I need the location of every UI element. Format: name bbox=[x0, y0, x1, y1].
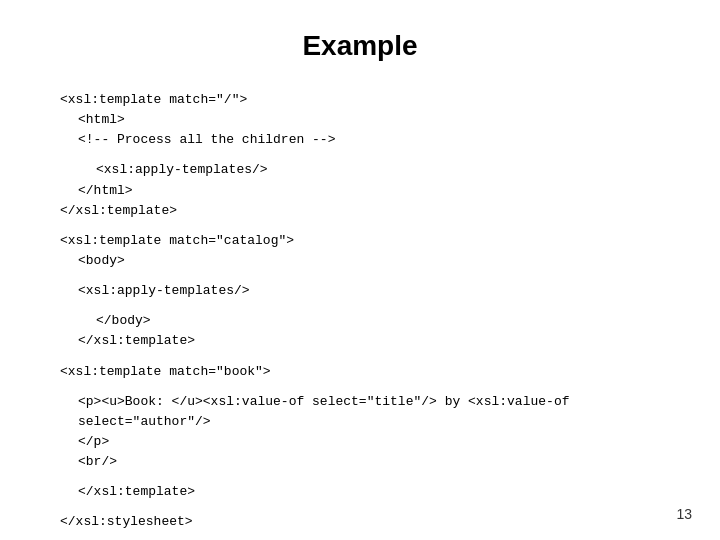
slide-title: Example bbox=[40, 30, 680, 62]
code-line: <xsl:template match="catalog"> bbox=[60, 231, 680, 251]
code-line: select="author"/> bbox=[60, 412, 680, 432]
code-line: <xsl:apply-templates/> bbox=[60, 281, 680, 301]
code-line: <br/> bbox=[60, 452, 680, 472]
code-line: <html> bbox=[60, 110, 680, 130]
page-number: 13 bbox=[676, 506, 692, 522]
code-line: <xsl:apply-templates/> bbox=[60, 160, 680, 180]
code-line: </xsl:template> bbox=[60, 331, 680, 351]
code-line: <xsl:template match="book"> bbox=[60, 362, 680, 382]
code-line: </xsl:template> bbox=[60, 482, 680, 502]
code-line: </p> bbox=[60, 432, 680, 452]
code-line: <body> bbox=[60, 251, 680, 271]
code-line: <!-- Process all the children --> bbox=[60, 130, 680, 150]
code-line: </body> bbox=[60, 311, 680, 331]
code-line: <xsl:template match="/"> bbox=[60, 90, 680, 110]
code-line: </xsl:stylesheet> bbox=[60, 512, 680, 532]
slide-container: Example <xsl:template match="/"> <html> … bbox=[0, 0, 720, 540]
code-block: <xsl:template match="/"> <html> <!-- Pro… bbox=[40, 90, 680, 533]
code-line: </html> bbox=[60, 181, 680, 201]
code-line: </xsl:template> bbox=[60, 201, 680, 221]
code-line: <p><u>Book: </u><xsl:value-of select="ti… bbox=[60, 392, 680, 412]
